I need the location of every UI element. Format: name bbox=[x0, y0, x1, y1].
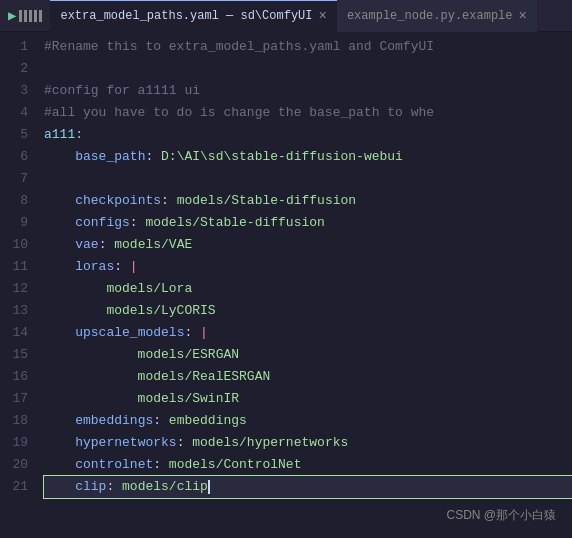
code-line: models/Lora bbox=[44, 278, 572, 300]
line-number: 16 bbox=[0, 366, 28, 388]
code-line: a111: bbox=[44, 124, 572, 146]
code-area[interactable]: #Rename this to extra_model_paths.yaml a… bbox=[36, 32, 572, 538]
line-number: 18 bbox=[0, 410, 28, 432]
code-line: upscale_models: | bbox=[44, 322, 572, 344]
code-line: models/SwinIR bbox=[44, 388, 572, 410]
line-number: 9 bbox=[0, 212, 28, 234]
pause-icon bbox=[19, 10, 42, 22]
code-line: loras: | bbox=[44, 256, 572, 278]
code-line: base_path: D:\AI\sd\stable-diffusion-web… bbox=[44, 146, 572, 168]
play-icon[interactable]: ▶ bbox=[8, 7, 16, 24]
line-number: 1 bbox=[0, 36, 28, 58]
line-number: 10 bbox=[0, 234, 28, 256]
line-number: 4 bbox=[0, 102, 28, 124]
code-line bbox=[44, 58, 572, 80]
code-line: vae: models/VAE bbox=[44, 234, 572, 256]
code-line: checkpoints: models/Stable-diffusion bbox=[44, 190, 572, 212]
code-line: embeddings: embeddings bbox=[44, 410, 572, 432]
code-line: hypernetworks: models/hypernetworks bbox=[44, 432, 572, 454]
close-icon-active[interactable]: × bbox=[318, 9, 326, 23]
line-number: 13 bbox=[0, 300, 28, 322]
tab-active[interactable]: extra_model_paths.yaml — sd\ComfyUI × bbox=[50, 0, 336, 32]
line-number: 7 bbox=[0, 168, 28, 190]
code-line bbox=[44, 168, 572, 190]
tab-label-inactive: example_node.py.example bbox=[347, 9, 513, 23]
line-numbers: 123456789101112131415161718192021 bbox=[0, 32, 36, 538]
line-number: 6 bbox=[0, 146, 28, 168]
code-line: controlnet: models/ControlNet bbox=[44, 454, 572, 476]
line-number: 5 bbox=[0, 124, 28, 146]
editor-container: ▶ extra_model_paths.yaml — sd\ComfyUI × … bbox=[0, 0, 572, 538]
line-number: 17 bbox=[0, 388, 28, 410]
tab-inactive[interactable]: example_node.py.example × bbox=[337, 0, 537, 32]
line-number: 15 bbox=[0, 344, 28, 366]
tab-bar: ▶ extra_model_paths.yaml — sd\ComfyUI × … bbox=[0, 0, 572, 32]
line-number: 11 bbox=[0, 256, 28, 278]
code-line: models/LyCORIS bbox=[44, 300, 572, 322]
line-number: 20 bbox=[0, 454, 28, 476]
line-number: 12 bbox=[0, 278, 28, 300]
line-number: 8 bbox=[0, 190, 28, 212]
code-line: configs: models/Stable-diffusion bbox=[44, 212, 572, 234]
line-number: 2 bbox=[0, 58, 28, 80]
code-line: clip: models/clip bbox=[44, 476, 572, 498]
code-line: models/RealESRGAN bbox=[44, 366, 572, 388]
line-number: 19 bbox=[0, 432, 28, 454]
tab-bar-controls: ▶ bbox=[0, 7, 50, 24]
tab-label-active: extra_model_paths.yaml — sd\ComfyUI bbox=[60, 9, 312, 23]
close-icon-inactive[interactable]: × bbox=[519, 9, 527, 23]
code-line: models/ESRGAN bbox=[44, 344, 572, 366]
line-number: 3 bbox=[0, 80, 28, 102]
line-number: 14 bbox=[0, 322, 28, 344]
line-number: 21 bbox=[0, 476, 28, 498]
editor-body: 123456789101112131415161718192021 #Renam… bbox=[0, 32, 572, 538]
code-line: #Rename this to extra_model_paths.yaml a… bbox=[44, 36, 572, 58]
code-line: #all you have to do is change the base_p… bbox=[44, 102, 572, 124]
code-line: #config for a1111 ui bbox=[44, 80, 572, 102]
